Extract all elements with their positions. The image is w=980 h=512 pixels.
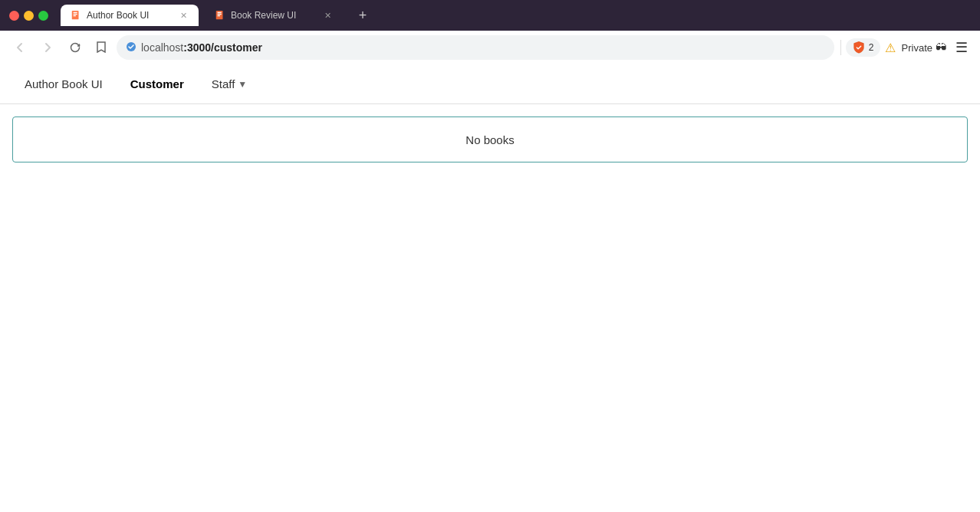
svg-rect-7 (218, 15, 221, 16)
url-port-path: :3000/customer (183, 41, 262, 54)
tab-title-2: Book Review UI (231, 10, 317, 21)
browser-window: Author Book UI ✕ Book Review UI ✕ + (0, 0, 980, 512)
forward-button[interactable] (37, 37, 58, 58)
nav-label-author-book-ui: Author Book UI (25, 77, 103, 90)
new-tab-button[interactable]: + (352, 5, 373, 26)
security-icon (126, 41, 136, 54)
url-display: localhost:3000/customer (141, 41, 825, 54)
url-host: localhost (141, 41, 183, 54)
tab-book-review-ui[interactable]: Book Review UI ✕ (205, 5, 343, 26)
nav-label-customer: Customer (130, 77, 184, 90)
svg-rect-2 (74, 14, 77, 15)
tab-close-1[interactable]: ✕ (177, 9, 189, 21)
private-icon: 🕶 (936, 41, 946, 54)
browser-menu-button[interactable]: ☰ (952, 36, 971, 59)
reload-button[interactable] (64, 37, 86, 58)
nav-staff[interactable]: Staff ▼ (199, 70, 259, 98)
tab-favicon-1 (70, 9, 82, 21)
svg-rect-0 (72, 11, 79, 19)
no-books-message: No books (465, 133, 514, 146)
title-bar: Author Book UI ✕ Book Review UI ✕ + (0, 0, 980, 31)
svg-rect-5 (218, 12, 222, 13)
nav-author-book-ui[interactable]: Author Book UI (12, 70, 115, 98)
svg-rect-6 (218, 14, 222, 15)
tab-close-2[interactable]: ✕ (321, 9, 334, 21)
brave-count: 2 (869, 42, 874, 53)
app-nav: Author Book UI Customer Staff ▼ (0, 64, 980, 104)
url-bar[interactable]: localhost:3000/customer (117, 35, 834, 60)
address-bar: localhost:3000/customer 2 ⚠ Private 🕶 (0, 31, 980, 64)
private-mode-indicator: Private 🕶 (902, 41, 946, 54)
svg-rect-3 (74, 15, 77, 16)
back-button[interactable] (9, 37, 31, 58)
warning-icon[interactable]: ⚠ (885, 41, 896, 55)
window-controls (9, 11, 48, 21)
minimize-window-button[interactable] (24, 11, 34, 21)
tab-title-1: Author Book UI (87, 10, 173, 21)
tab-favicon-2 (214, 9, 226, 21)
browser-extensions: 2 ⚠ (840, 38, 896, 57)
tab-author-book-ui[interactable]: Author Book UI ✕ (61, 5, 199, 26)
staff-dropdown-icon: ▼ (238, 79, 247, 90)
close-window-button[interactable] (9, 11, 19, 21)
browser-chrome: Author Book UI ✕ Book Review UI ✕ + (0, 0, 980, 64)
private-label: Private (902, 42, 932, 54)
app-container: Author Book UI Customer Staff ▼ No books (0, 64, 980, 512)
brave-shield-badge[interactable]: 2 (846, 38, 880, 57)
main-content: No books (0, 104, 980, 175)
bookmark-button[interactable] (92, 38, 110, 58)
nav-label-staff: Staff (212, 77, 235, 90)
books-container: No books (12, 117, 968, 162)
svg-rect-1 (74, 12, 77, 13)
svg-rect-4 (216, 11, 223, 19)
maximize-window-button[interactable] (38, 11, 48, 21)
divider (840, 40, 841, 55)
nav-customer[interactable]: Customer (118, 70, 196, 98)
